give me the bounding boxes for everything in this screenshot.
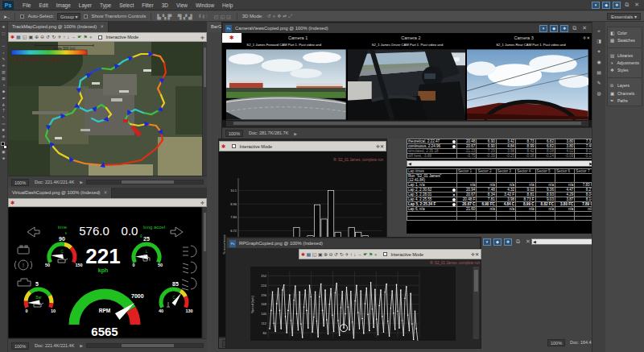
zoom-readout[interactable]: 100%	[547, 339, 565, 346]
brush-icon[interactable]: ◍	[597, 90, 601, 96]
lap-marker[interactable]	[452, 203, 456, 206]
tool-icon-0[interactable]: ✥	[2, 24, 6, 31]
app-screen-button[interactable]: ❖	[613, 2, 621, 9]
menu-image[interactable]: Image	[52, 2, 75, 8]
dock-window-icon[interactable]: ✛	[200, 200, 204, 205]
rotate-right-icon[interactable]: ↻	[52, 33, 56, 41]
dock-window-icon[interactable]: ✛✕	[580, 35, 592, 40]
rotate-right-icon[interactable]: ↻	[340, 251, 344, 259]
zoom-out-icon[interactable]: ⊖	[40, 33, 44, 41]
dock-window-icon[interactable]: ✛	[200, 35, 204, 40]
workspace-switcher[interactable]: Essentials ▾	[607, 13, 641, 20]
close-icon[interactable]: ✕	[580, 25, 588, 31]
cursor-down-icon[interactable]: ↓	[353, 251, 356, 259]
status-popup-icon[interactable]: ▶	[80, 343, 83, 348]
show-transform-checkbox[interactable]	[84, 14, 88, 19]
tool-icon-13[interactable]: T	[2, 108, 5, 114]
dock-item-color[interactable]: ◧Color	[608, 29, 642, 36]
background-h-scrollbar[interactable]: ◀▶	[531, 238, 600, 245]
screen-button[interactable]: ❖	[560, 25, 568, 32]
node-a-icon[interactable]: ☛	[77, 33, 81, 41]
menu-window[interactable]: Window	[192, 2, 218, 8]
marker-icon[interactable]: ✱	[10, 199, 14, 207]
tool-icon-7[interactable]: ▧	[2, 69, 5, 76]
dock-window-icon[interactable]: ✛✕	[471, 251, 479, 257]
zoom-readout[interactable]: 100%	[225, 130, 243, 137]
group-dropdown[interactable]: Group ▾	[57, 13, 80, 20]
dock-item-libraries[interactable]: ▤Libraries	[608, 52, 642, 59]
align-icon[interactable]: ▛	[167, 14, 172, 19]
tool-icon-15[interactable]: ▭	[2, 121, 5, 127]
rotate-left-icon[interactable]: ↺	[46, 33, 50, 41]
menu-select[interactable]: Select	[115, 2, 138, 8]
mode3d-icon[interactable]: ⤢	[287, 14, 293, 19]
align-icon[interactable]: ▟	[188, 14, 193, 19]
virtualdash-tab[interactable]: VirtualDashCopied.png @ 100% (Indexed)✕	[8, 188, 112, 198]
marker-icon[interactable]: ✱	[221, 143, 225, 151]
zoom-out-icon[interactable]: ⊖	[329, 251, 333, 259]
doc-minimize-button[interactable]: ▾	[483, 238, 491, 246]
dock-item-layers[interactable]: ⧉Layers	[608, 81, 642, 89]
align-icon[interactable]: ◲	[225, 14, 232, 19]
table-h-scrollbar[interactable]: ◀▶	[407, 160, 594, 167]
menu-help[interactable]: Help	[218, 2, 237, 8]
align-icon[interactable]: ▙	[156, 14, 162, 19]
dock-item-paths[interactable]: ✒Paths	[608, 97, 642, 104]
map-icon[interactable]: ▦	[307, 251, 312, 259]
dock-window-icon[interactable]: ✛✕	[376, 143, 384, 149]
align-icon[interactable]: ◱	[219, 14, 225, 19]
lap-marker[interactable]	[452, 188, 456, 192]
interactive-mode-checkbox[interactable]	[232, 144, 236, 148]
dock-item-adjustments[interactable]: ◑Adjustments	[608, 59, 642, 66]
zoom-in-icon[interactable]: ⊕	[324, 251, 328, 259]
tool-icon-4[interactable]: ⌖	[2, 50, 5, 56]
dock-item-styles[interactable]: ❖Styles	[608, 66, 642, 73]
dock-item-swatches[interactable]: ▦Swatches	[608, 36, 642, 43]
tool-icon-12[interactable]: ◭	[2, 101, 5, 108]
collapse-panels-icon[interactable]: «	[597, 28, 600, 33]
pan-icon[interactable]: ✈	[345, 251, 349, 259]
tool-icon-17[interactable]: ⊕	[2, 134, 6, 140]
tool-icon-9[interactable]: ◑	[2, 82, 5, 89]
tool-icon-16[interactable]: ✱	[2, 127, 6, 134]
zoom-window-icon[interactable]: ◱	[23, 33, 27, 41]
screen-mode-icon[interactable]: ◈	[2, 155, 5, 162]
menu-view[interactable]: View	[172, 2, 192, 8]
node-b-icon[interactable]: ⚑	[84, 33, 88, 41]
doc-screen-button[interactable]: ❖	[504, 238, 512, 246]
cursor-up-icon[interactable]: ↑	[63, 33, 65, 41]
info-icon[interactable]: ◉	[597, 59, 601, 64]
marker-icon[interactable]: ✱	[10, 33, 14, 41]
map-icon[interactable]: ▦	[16, 33, 21, 41]
zoom-in-icon[interactable]: ⊕	[35, 33, 39, 41]
pan-icon[interactable]: ✈	[57, 33, 61, 41]
tool-icon-5[interactable]: ✎	[2, 56, 6, 63]
status-popup-icon[interactable]: ▶	[294, 131, 297, 136]
app-restore-icon[interactable]: ⧉	[623, 2, 630, 8]
mode3d-icon[interactable]: ↺	[266, 14, 272, 19]
table-row[interactable]: diff best, -3.88-0.75-0.39-0.25-0.08-0.2…	[407, 154, 595, 159]
app-layout-button[interactable]: ◆	[602, 2, 610, 9]
virtualdash-v-scrollbar[interactable]	[202, 207, 207, 338]
node-c-icon[interactable]: ⌖	[374, 251, 377, 259]
lap-marker[interactable]	[452, 193, 456, 197]
tool-icon-11[interactable]: ▰	[2, 95, 5, 101]
tool-icon-8[interactable]: ▤	[2, 76, 5, 82]
tool-icon-14[interactable]: ↖	[2, 114, 6, 121]
menu-edit[interactable]: Edit	[35, 2, 52, 8]
trackmap-h-scrollbar[interactable]	[86, 180, 204, 184]
rpgraph-title-bar[interactable]: Ps RPGraphCopied.png @ 100% (Indexed)	[226, 238, 481, 248]
menu-file[interactable]: File	[19, 2, 35, 8]
marker-icon[interactable]: ✱	[222, 33, 242, 43]
rpgraph-v-scrollbar[interactable]	[473, 267, 479, 339]
lap-marker[interactable]	[452, 198, 456, 201]
actions-icon[interactable]: ✎	[597, 80, 601, 85]
status-popup-icon[interactable]: ▶	[80, 180, 83, 184]
zoom-readout[interactable]: 100%	[11, 342, 29, 350]
rotate-left-icon[interactable]: ↺	[334, 251, 338, 259]
properties-icon[interactable]: ✦	[597, 48, 601, 54]
lap-marker[interactable]	[452, 140, 456, 143]
tool-icon-2[interactable]: ◌	[2, 37, 5, 43]
menu-type[interactable]: Type	[96, 2, 115, 8]
node-c-icon[interactable]: ⌖	[89, 33, 92, 41]
